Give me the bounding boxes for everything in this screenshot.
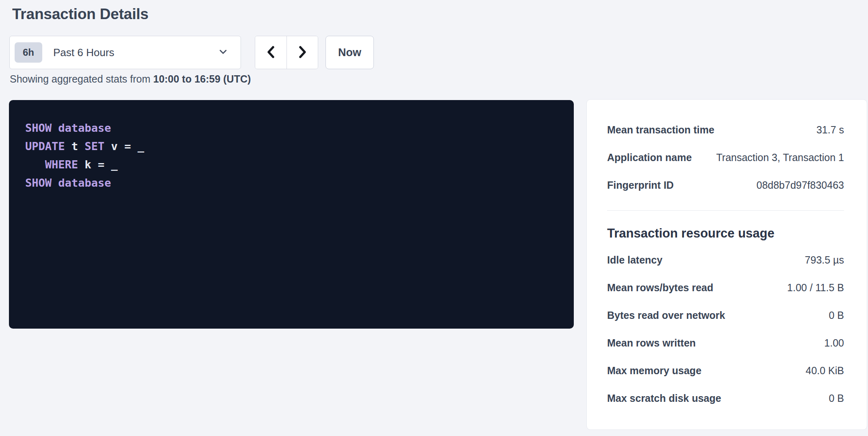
- sql-identifier-token: [52, 177, 58, 189]
- detail-row-label: Idle latency: [607, 254, 662, 266]
- detail-row-label: Fingerprint ID: [607, 179, 674, 191]
- summary-rows: Mean transaction time31.7 sApplication n…: [607, 116, 844, 199]
- detail-row-value: 40.0 KiB: [805, 365, 844, 377]
- detail-row-value: Transaction 3, Transaction 1: [716, 152, 844, 164]
- detail-row: Mean rows written1.00: [607, 329, 844, 357]
- card-divider: [607, 210, 844, 211]
- detail-row-label: Max scratch disk usage: [607, 392, 721, 404]
- sql-keyword-token: UPDATE: [25, 140, 65, 153]
- sql-keyword-token: SHOW: [25, 177, 52, 189]
- time-step-group: [255, 36, 318, 69]
- detail-row-label: Bytes read over network: [607, 310, 725, 321]
- sql-code-line: UPDATE t SET v = _: [25, 137, 558, 155]
- aggregation-period-text: Showing aggregated stats from 10:00 to 1…: [10, 73, 251, 85]
- detail-row-value: 0 B: [829, 310, 844, 321]
- detail-row-value: 1.00: [824, 337, 844, 349]
- page-title: Transaction Details: [12, 6, 149, 23]
- sql-code-line: WHERE k = _: [25, 155, 558, 174]
- now-button[interactable]: Now: [326, 36, 374, 69]
- sql-statement-box: SHOW databaseUPDATE t SET v = _ WHERE k …: [9, 100, 574, 329]
- detail-row: Application nameTransaction 3, Transacti…: [607, 144, 844, 171]
- detail-row-value: 08d8b7d97f830463: [756, 179, 844, 191]
- prev-range-button[interactable]: [255, 36, 286, 69]
- sql-keyword-token: database: [58, 122, 111, 134]
- detail-row-value: 793.5 µs: [805, 254, 844, 266]
- detail-row: Max scratch disk usage0 B: [607, 384, 844, 412]
- aggregation-period-prefix: Showing aggregated stats from: [10, 73, 153, 85]
- transaction-summary-card: Mean transaction time31.7 sApplication n…: [586, 99, 867, 430]
- detail-row: Mean transaction time31.7 s: [607, 116, 844, 144]
- detail-row-value: 31.7 s: [816, 124, 844, 136]
- resource-usage-heading: Transaction resource usage: [607, 226, 844, 241]
- sql-identifier-token: [52, 122, 58, 134]
- detail-row-label: Mean rows written: [607, 337, 696, 349]
- detail-row: Bytes read over network0 B: [607, 301, 844, 329]
- aggregation-period-range: 10:00 to 16:59 (UTC): [153, 73, 251, 85]
- sql-keyword-token: SET: [85, 140, 104, 153]
- sql-identifier-token: v = _: [104, 140, 144, 153]
- next-range-button[interactable]: [286, 36, 318, 69]
- detail-row: Max memory usage40.0 KiB: [607, 357, 844, 384]
- chevron-left-icon: [265, 45, 277, 61]
- detail-row-label: Mean rows/bytes read: [607, 282, 713, 294]
- sql-code-line: SHOW database: [25, 119, 558, 137]
- detail-row-value: 1.00 / 11.5 B: [787, 282, 844, 294]
- sql-identifier-token: t: [65, 140, 85, 153]
- sql-keyword-token: WHERE: [45, 158, 78, 171]
- detail-row: Mean rows/bytes read1.00 / 11.5 B: [607, 274, 844, 301]
- resource-rows: Idle latency793.5 µsMean rows/bytes read…: [607, 246, 844, 412]
- time-range-label: Past 6 Hours: [53, 46, 217, 59]
- transaction-details-page: Transaction Details 6h Past 6 Hours: [0, 0, 868, 436]
- time-controls: 6h Past 6 Hours: [9, 36, 374, 69]
- sql-keyword-token: SHOW: [25, 122, 52, 134]
- detail-row: Idle latency793.5 µs: [607, 246, 844, 274]
- time-range-dropdown[interactable]: 6h Past 6 Hours: [9, 36, 241, 69]
- detail-row-label: Application name: [607, 152, 692, 164]
- sql-identifier-token: [25, 158, 45, 171]
- sql-keyword-token: database: [58, 177, 111, 189]
- sql-code-line: SHOW database: [25, 174, 558, 192]
- detail-row: Fingerprint ID08d8b7d97f830463: [607, 171, 844, 199]
- detail-row-label: Mean transaction time: [607, 124, 714, 136]
- time-range-badge: 6h: [15, 42, 42, 63]
- sql-identifier-token: k = _: [78, 158, 118, 171]
- detail-row-value: 0 B: [829, 392, 844, 404]
- chevron-right-icon: [296, 45, 308, 61]
- chevron-down-icon: [217, 46, 229, 59]
- detail-row-label: Max memory usage: [607, 365, 701, 377]
